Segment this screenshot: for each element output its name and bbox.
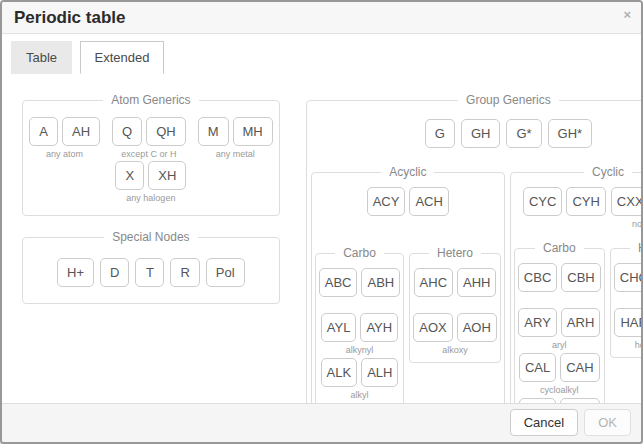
hetero-aryl-pair: HAR HAH hetero aryl [614,308,641,351]
button-ahh[interactable]: AHH [457,268,496,297]
button-ayh[interactable]: AYH [360,313,398,342]
group-generics-legend-text: Group Generics [458,93,559,107]
button-cbc[interactable]: CBC [518,263,557,292]
button-q[interactable]: Q [112,117,142,146]
button-abc[interactable]: ABC [319,268,358,297]
button-aoh[interactable]: AOH [457,313,497,342]
button-ahc[interactable]: AHC [414,268,453,297]
button-mh[interactable]: MH [233,117,273,146]
any-atom-caption: any atom [29,148,100,160]
left-column: Atom Generics A AH any atom Q [22,92,280,304]
group-generics-group: Group Generics G GH G* GH* Acyclic [306,100,641,403]
right-column: Group Generics G GH G* GH* Acyclic [306,92,641,403]
button-cal[interactable]: CAL [519,353,556,382]
button-qh[interactable]: QH [146,117,186,146]
dialog-footer: Cancel OK [2,403,641,442]
acyclic-carbo-legend: Carbo [316,246,403,261]
acyclic-group: Acyclic ACY ACH [311,172,505,403]
button-chc[interactable]: CHC [614,263,641,292]
button-g[interactable]: G [425,119,455,148]
button-cah[interactable]: CAH [560,353,599,382]
button-arh[interactable]: ARH [561,308,600,337]
acyclic-hetero-legend: Hetero [410,246,500,261]
alkoxy-pair: AOX AOH alkoxy [413,313,497,356]
button-gh[interactable]: GH [461,119,501,148]
cbc-pair: CBC CBH [518,263,601,306]
special-nodes-legend: Special Nodes [23,230,279,245]
button-h-plus[interactable]: H+ [57,258,94,287]
button-gh-star[interactable]: GH* [548,119,593,148]
special-nodes-row: H+ D T R Pol [29,258,273,287]
special-nodes-group: Special Nodes H+ D T R Pol [22,237,280,304]
ahc-caption [413,299,497,311]
button-alh[interactable]: ALH [361,358,398,387]
acyclic-legend: Acyclic [312,165,504,180]
close-icon[interactable]: × [621,6,633,24]
button-cyc[interactable]: CYC [523,187,562,216]
cycloalkenyl-pair: CEL CEH cycloalkenyl [518,398,601,403]
cyclic-group: Cyclic CYC CYH [510,172,641,403]
acyclic-carbo-group: Carbo ABC ABH [315,253,404,403]
cycloalkyl-caption: cycloalkyl [518,384,601,396]
alkoxy-caption: alkoxy [413,344,497,356]
button-pol[interactable]: Pol [206,258,245,287]
atom-generics-row-1: A AH any atom Q QH except C or H [29,117,273,160]
button-g-star[interactable]: G* [506,119,541,148]
cyclic-sub-columns: Carbo CBC CBH [514,238,641,403]
button-cyh[interactable]: CYH [566,187,605,216]
atom-generics-legend-text: Atom Generics [103,93,198,107]
cyclic-hetero-legend: Hetero [611,241,641,256]
button-r[interactable]: R [170,258,199,287]
aryl-caption: aryl [518,339,601,351]
cyclic-top-row: CYC CYH CXX CXH [514,187,641,230]
button-xh[interactable]: XH [148,161,186,190]
ok-button[interactable]: OK [584,409,631,436]
group-generics-top-row: G GH G* GH* [311,119,641,148]
no-carbon-caption: no carbon [611,218,641,230]
button-ary[interactable]: ARY [518,308,557,337]
cyclic-carbo-legend: Carbo [515,241,604,256]
abc-caption [319,299,400,311]
button-cel[interactable]: CEL [519,398,556,403]
button-x[interactable]: X [115,161,144,190]
button-cxx[interactable]: CXX [611,187,641,216]
cyclic-carbo-group: Carbo CBC CBH [514,248,605,403]
cyclic-legend: Cyclic [511,165,641,180]
acyclic-hetero-legend-text: Hetero [429,246,481,260]
any-halogen-pair: X XH any halogen [115,161,186,204]
button-t[interactable]: T [135,258,164,287]
alkyl-caption: alkyl [319,389,400,401]
button-acy[interactable]: ACY [367,187,406,216]
except-c-or-h-caption: except C or H [112,148,186,160]
button-ceh[interactable]: CEH [560,398,599,403]
tab-extended[interactable]: Extended [80,41,165,74]
button-m[interactable]: M [198,117,229,146]
no-carbon-pair: CXX CXH no carbon [611,187,641,230]
atom-generics-group: Atom Generics A AH any atom Q [22,100,280,216]
any-halogen-caption: any halogen [115,192,186,204]
acy-pair: ACY ACH [367,187,449,230]
tab-table[interactable]: Table [11,41,72,74]
acyclic-carbo-legend-text: Carbo [335,246,384,260]
cyc-caption [523,218,606,230]
button-alk[interactable]: ALK [321,358,358,387]
content-columns: Atom Generics A AH any atom Q [11,86,632,403]
button-ach[interactable]: ACH [409,187,448,216]
cbc-caption [518,294,601,306]
acyclic-sub-columns: Carbo ABC ABH [315,243,501,403]
button-ah[interactable]: AH [62,117,100,146]
button-abh[interactable]: ABH [361,268,400,297]
button-aox[interactable]: AOX [413,313,452,342]
button-a[interactable]: A [29,117,58,146]
cyclic-hetero-group: Hetero CHC CHH [610,248,641,358]
chc-caption [614,294,641,306]
button-har[interactable]: HAR [614,308,641,337]
dialog-header: Periodic table × [2,2,641,34]
alkynyl-pair: AYL AYH alkynyl [319,313,400,356]
cancel-button[interactable]: Cancel [510,409,578,436]
button-d[interactable]: D [100,258,129,287]
button-cbh[interactable]: CBH [561,263,600,292]
alkyl-pair: ALK ALH alkyl [319,358,400,401]
special-nodes-legend-text: Special Nodes [104,230,197,244]
button-ayl[interactable]: AYL [321,313,357,342]
